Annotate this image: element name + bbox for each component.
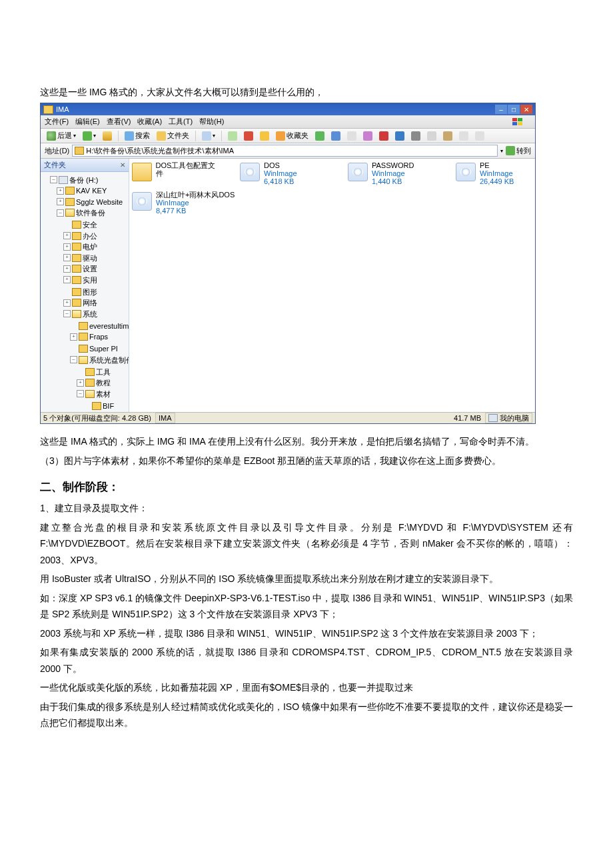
folder-icon — [43, 105, 53, 114]
disk-image-icon — [240, 163, 260, 181]
address-input[interactable]: H:\软件备份\系统\系统光盘制作技术\素材\IMA — [72, 145, 498, 157]
menu-help[interactable]: 帮助(H) — [199, 117, 224, 127]
close-button[interactable]: ✕ — [520, 105, 532, 114]
document-page: 这些是一些 IMG 格式的，大家从文件名大概可以猜到是些什么用的， IMA – … — [0, 0, 613, 761]
list-item[interactable]: DOS工具包配置文件 — [132, 161, 217, 185]
address-dropdown-icon[interactable]: ▾ — [500, 148, 503, 154]
list-item[interactable]: PE WinImage 26,449 KB — [456, 161, 535, 185]
svg-rect-2 — [512, 122, 517, 125]
delete-icon[interactable] — [377, 131, 390, 141]
forward-button[interactable]: ▾ — [81, 131, 98, 141]
file-list-panel[interactable]: DOS工具包配置文件 DOS WinImage 6,418 KB PA — [129, 159, 535, 412]
cut-icon[interactable] — [409, 131, 422, 141]
tool-icon[interactable] — [361, 131, 374, 141]
go-button[interactable]: 转到 — [506, 146, 531, 156]
tree-header-label: 文件夹 — [44, 160, 66, 170]
status-tag: IMA — [155, 413, 175, 423]
list-item[interactable]: PASSWORD WinImage 1,440 KB — [348, 161, 433, 185]
copy-icon[interactable] — [425, 131, 438, 141]
list-item[interactable]: DOS WinImage 6,418 KB — [240, 161, 325, 185]
folder-icon — [132, 163, 152, 181]
tool-icon[interactable] — [457, 131, 470, 141]
folder-tree-panel: 文件夹 ✕ –备份 (H:) +KAV KEY +Sgglz Website –… — [41, 159, 129, 412]
search-button[interactable]: 搜索 — [123, 130, 152, 141]
menu-tools[interactable]: 工具(T) — [169, 117, 193, 127]
menu-file[interactable]: 文件(F) — [45, 117, 69, 127]
tool-icon[interactable] — [473, 131, 486, 141]
svg-rect-3 — [518, 122, 522, 125]
minimize-button[interactable]: – — [495, 105, 507, 114]
body-text: 一些优化版或美化版的系统，比如番茄花园 XP，里面有$OME$目录的，也要一并提… — [40, 679, 573, 696]
close-icon[interactable]: ✕ — [120, 161, 125, 169]
tool-icon[interactable] — [258, 131, 271, 141]
body-text: 用 IsoBuster 或者 UltraISO，分别从不同的 ISO 系统镜像里… — [40, 571, 573, 587]
menu-edit[interactable]: 编辑(E) — [75, 117, 100, 127]
section-heading: 二、制作阶段： — [40, 479, 573, 495]
disk-image-icon — [348, 163, 368, 181]
tool-icon[interactable] — [329, 131, 342, 141]
body-text: 如果有集成安装版的 2000 系统的话，就提取 I386 目录和 CDROMSP… — [40, 644, 573, 677]
tool-icon[interactable] — [313, 131, 326, 141]
undo-icon[interactable] — [393, 131, 406, 141]
list-item[interactable]: 深山红叶+雨林木风DOS WinImage 8,477 KB — [132, 191, 235, 215]
status-location: 我的电脑 — [485, 413, 532, 423]
maximize-button[interactable]: □ — [508, 105, 520, 114]
sync-icon[interactable] — [226, 131, 239, 141]
intro-text: 这些是一些 IMG 格式的，大家从文件名大概可以猜到是些什么用的， — [40, 87, 573, 99]
back-button[interactable]: 后退 ▾ — [45, 130, 78, 141]
body-text: 如：深度 XP SP3 v6.1 的镜像文件 DeepinXP-SP3-V6.1… — [40, 590, 573, 623]
tool-icon[interactable] — [345, 131, 358, 141]
body-text: 2003 系统与和 XP 系统一样，提取 I386 目录和 WIN51、WIN5… — [40, 625, 573, 642]
toolbar: 后退 ▾ ▾ 搜索 文件夹 ▾ 收藏夹 — [41, 129, 535, 143]
explorer-window: IMA – □ ✕ 文件(F) 编辑(E) 查看(V) 收藏(A) 工具(T) … — [40, 103, 536, 424]
status-size: 41.7 MB — [454, 414, 481, 422]
body-text: （3）图片与字体素材，如果你不希望你的菜单是 EZBoot 那丑陋的蓝天草原的话… — [40, 453, 573, 469]
address-label: 地址(D) — [45, 146, 69, 156]
menu-view[interactable]: 查看(V) — [107, 117, 131, 127]
body-text: 建立整合光盘的根目录和安装系统原文件目录以及引导文件目录。分别是 F:\MYDV… — [40, 519, 573, 569]
windows-flag-icon — [511, 117, 524, 127]
svg-rect-0 — [512, 118, 517, 121]
titlebar[interactable]: IMA – □ ✕ — [41, 103, 535, 115]
folders-button[interactable]: 文件夹 — [155, 130, 191, 141]
status-object-count: 5 个对象(可用磁盘空间: 4.28 GB) — [43, 413, 151, 423]
menu-bar: 文件(F) 编辑(E) 查看(V) 收藏(A) 工具(T) 帮助(H) — [41, 115, 535, 129]
body-text: 由于我们集成的很多系统是别人经过精简或优化或美化的，ISO 镜像中如果有一些你吃… — [40, 699, 573, 731]
views-button[interactable]: ▾ — [200, 131, 217, 141]
favorites-icon[interactable]: 收藏夹 — [274, 130, 310, 141]
address-bar: 地址(D) H:\软件备份\系统\系统光盘制作技术\素材\IMA ▾ 转到 — [41, 143, 535, 159]
body-text: 1、建立目录及提取文件： — [40, 500, 573, 517]
disk-image-icon — [132, 192, 152, 211]
status-bar: 5 个对象(可用磁盘空间: 4.28 GB) IMA 41.7 MB 我的电脑 — [41, 412, 535, 423]
window-title: IMA — [56, 105, 69, 113]
up-button[interactable] — [101, 131, 114, 141]
disk-image-icon — [456, 163, 476, 181]
body-text: 这些是 IMA 格式的，实际上 IMG 和 IMA 在使用上没有什么区别。我分开… — [40, 433, 573, 450]
folder-tree[interactable]: –备份 (H:) +KAV KEY +Sgglz Website –软件备份 安… — [41, 172, 129, 412]
folder-icon — [75, 147, 84, 155]
tool-icon[interactable] — [242, 131, 255, 141]
address-path: H:\软件备份\系统\系统光盘制作技术\素材\IMA — [86, 146, 234, 156]
svg-rect-1 — [518, 118, 522, 121]
menu-favorites[interactable]: 收藏(A) — [137, 117, 162, 127]
paste-icon[interactable] — [441, 131, 454, 141]
